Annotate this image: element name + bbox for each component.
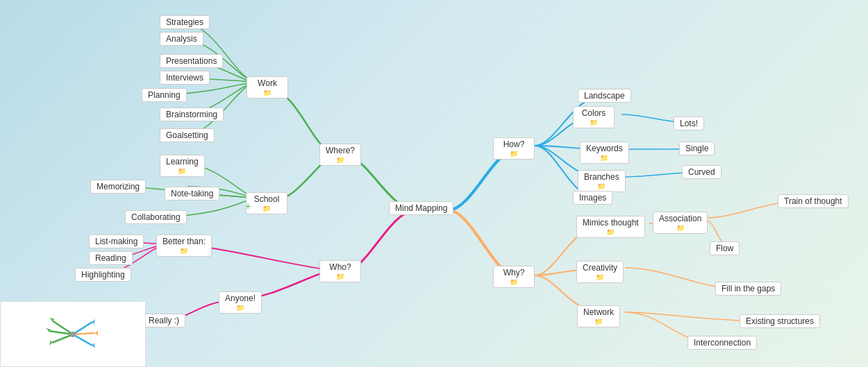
train-of-thought-node: Train of thought — [778, 194, 849, 208]
better-than-icon: 📁 — [180, 247, 188, 255]
anyone-icon: 📁 — [236, 304, 244, 311]
really-label: Really :) — [142, 314, 185, 327]
reading-node: Reading — [89, 251, 133, 265]
train-of-thought-label: Train of thought — [778, 194, 849, 208]
lots-node: Lots! — [674, 117, 704, 130]
creativity-label: Creativity 📁 — [576, 261, 624, 283]
association-icon: 📁 — [676, 224, 685, 232]
planning-label: Planning — [142, 88, 187, 102]
work-label: Work 📁 — [247, 76, 288, 99]
association-label: Association 📁 — [653, 212, 708, 234]
school-node: School 📁 — [246, 192, 287, 214]
images-node: Images — [573, 191, 612, 205]
collaborating-label: Collaborating — [125, 210, 187, 224]
mimics-thought-node: Mimics thought 📁 — [576, 216, 645, 238]
interconnection-label: Interconnection — [687, 336, 757, 350]
logo — [45, 314, 101, 355]
list-making-node: List-making — [89, 234, 144, 248]
association-node: Association 📁 — [653, 212, 708, 234]
branches-label: Branches 📁 — [578, 170, 626, 192]
mind-mapping-node: Mind Mapping — [389, 201, 453, 215]
where-label: Where? 📁 — [319, 144, 361, 166]
creativity-node: Creativity 📁 — [576, 261, 624, 283]
colors-node: Colors 📁 — [573, 106, 615, 128]
brainstorming-node: Brainstorming — [160, 108, 224, 121]
collaborating-node: Collaborating — [125, 210, 187, 224]
why-icon: 📁 — [510, 278, 518, 286]
creativity-icon: 📁 — [596, 273, 604, 281]
brainstorming-label: Brainstorming — [160, 108, 224, 121]
who-label: Who? 📁 — [319, 260, 361, 282]
goalsetting-label: Goalsetting — [160, 128, 215, 142]
existing-structures-label: Existing structures — [740, 314, 820, 328]
better-than-node: Better than: 📁 — [156, 234, 212, 257]
flow-label: Flow — [710, 241, 740, 255]
learning-node: Learning 📁 — [160, 155, 205, 177]
list-making-label: List-making — [89, 234, 144, 248]
network-node: Network 📁 — [577, 305, 620, 327]
landscape-label: Landscape — [578, 89, 631, 103]
learning-icon: 📁 — [178, 167, 186, 175]
school-label: School 📁 — [246, 192, 287, 214]
interviews-node: Interviews — [160, 71, 210, 85]
svg-marker-7 — [49, 318, 55, 321]
interconnection-node: Interconnection — [687, 336, 757, 350]
memorizing-node: Memorizing — [90, 180, 146, 194]
svg-marker-10 — [92, 319, 95, 325]
work-icon: 📁 — [263, 89, 272, 96]
keywords-node: Keywords 📁 — [580, 142, 629, 164]
single-node: Single — [679, 142, 715, 155]
svg-marker-12 — [92, 343, 95, 348]
strategies-label: Strategies — [160, 15, 210, 29]
who-node: Who? 📁 — [319, 260, 361, 282]
really-node: Really :) — [142, 314, 185, 327]
svg-marker-9 — [49, 340, 52, 345]
logo-svg — [45, 314, 101, 355]
svg-line-5 — [73, 334, 92, 345]
analysis-label: Analysis — [160, 32, 203, 46]
goalsetting-node: Goalsetting — [160, 128, 215, 142]
note-taking-node: Note-taking — [165, 187, 219, 200]
colors-label: Colors 📁 — [573, 106, 615, 128]
anyone-label: Anyone! 📁 — [219, 291, 262, 314]
keywords-icon: 📁 — [600, 154, 608, 162]
strategies-node: Strategies — [160, 15, 210, 29]
work-node: Work 📁 — [247, 76, 288, 99]
logo-box — [0, 301, 146, 367]
branches-node: Branches 📁 — [578, 170, 626, 192]
colors-icon: 📁 — [590, 119, 598, 126]
single-label: Single — [679, 142, 715, 155]
landscape-node: Landscape — [578, 89, 631, 103]
existing-structures-node: Existing structures — [740, 314, 820, 328]
highlighting-node: Highlighting — [75, 268, 131, 282]
why-label: Why? 📁 — [493, 266, 535, 288]
highlighting-label: Highlighting — [75, 268, 131, 282]
how-node: How? 📁 — [493, 137, 535, 160]
flow-node: Flow — [710, 241, 740, 255]
lots-label: Lots! — [674, 117, 704, 130]
network-icon: 📁 — [594, 318, 603, 325]
images-label: Images — [573, 191, 612, 205]
mimics-thought-icon: 📁 — [606, 228, 615, 236]
branches-icon: 📁 — [597, 182, 606, 190]
where-icon: 📁 — [336, 156, 344, 164]
who-icon: 📁 — [336, 273, 344, 280]
presentations-label: Presentations — [160, 54, 223, 68]
school-add-node[interactable]: + — [245, 200, 251, 212]
svg-line-2 — [52, 334, 73, 343]
mind-mapping-label: Mind Mapping — [389, 201, 453, 215]
fill-gaps-label: Fill in the gaps — [715, 282, 781, 296]
svg-marker-11 — [95, 330, 98, 336]
memorizing-label: Memorizing — [90, 180, 146, 194]
analysis-node: Analysis — [160, 32, 203, 46]
keywords-label: Keywords 📁 — [580, 142, 629, 164]
network-label: Network 📁 — [577, 305, 620, 327]
how-icon: 📁 — [510, 150, 518, 157]
where-node: Where? 📁 — [319, 144, 361, 166]
planning-node: Planning — [142, 88, 187, 102]
curved-label: Curved — [682, 165, 721, 179]
better-than-label: Better than: 📁 — [156, 234, 212, 257]
presentations-node: Presentations — [160, 54, 223, 68]
school-icon: 📁 — [262, 205, 271, 212]
curved-node: Curved — [682, 165, 721, 179]
